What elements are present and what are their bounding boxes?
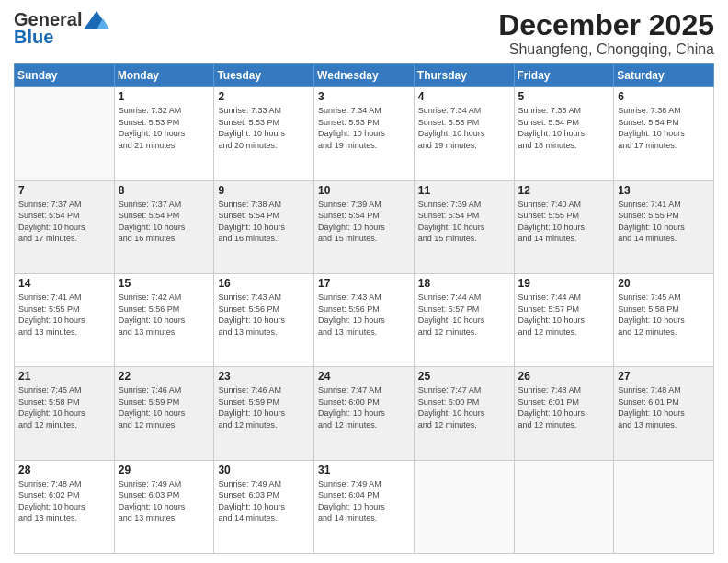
day-info: Sunrise: 7:48 AMSunset: 6:01 PMDaylight:…	[618, 385, 710, 431]
calendar-cell: 29Sunrise: 7:49 AMSunset: 6:03 PMDayligh…	[114, 460, 214, 553]
calendar-cell	[15, 87, 115, 180]
day-info: Sunrise: 7:39 AMSunset: 5:54 PMDaylight:…	[318, 199, 410, 245]
day-number: 28	[18, 464, 110, 477]
day-info: Sunrise: 7:44 AMSunset: 5:57 PMDaylight:…	[518, 292, 610, 338]
header-day-sunday: Sunday	[15, 64, 115, 87]
day-number: 23	[218, 370, 310, 383]
calendar-cell: 24Sunrise: 7:47 AMSunset: 6:00 PMDayligh…	[314, 367, 415, 460]
day-info: Sunrise: 7:47 AMSunset: 6:00 PMDaylight:…	[318, 385, 410, 431]
day-info: Sunrise: 7:42 AMSunset: 5:56 PMDaylight:…	[119, 292, 210, 338]
day-number: 25	[418, 370, 510, 383]
day-number: 27	[618, 370, 710, 383]
day-info: Sunrise: 7:43 AMSunset: 5:56 PMDaylight:…	[318, 292, 410, 338]
calendar-cell: 7Sunrise: 7:37 AMSunset: 5:54 PMDaylight…	[15, 180, 115, 273]
day-number: 17	[318, 277, 410, 290]
calendar-cell: 30Sunrise: 7:49 AMSunset: 6:03 PMDayligh…	[214, 460, 314, 553]
day-info: Sunrise: 7:37 AMSunset: 5:54 PMDaylight:…	[119, 199, 210, 245]
day-number: 5	[518, 90, 610, 103]
day-info: Sunrise: 7:33 AMSunset: 5:53 PMDaylight:…	[218, 105, 310, 151]
day-info: Sunrise: 7:38 AMSunset: 5:54 PMDaylight:…	[218, 199, 310, 245]
day-info: Sunrise: 7:46 AMSunset: 5:59 PMDaylight:…	[218, 385, 310, 431]
header-day-tuesday: Tuesday	[214, 64, 314, 87]
calendar-cell: 31Sunrise: 7:49 AMSunset: 6:04 PMDayligh…	[314, 460, 415, 553]
day-info: Sunrise: 7:46 AMSunset: 5:59 PMDaylight:…	[119, 385, 210, 431]
week-row-1: 1Sunrise: 7:32 AMSunset: 5:53 PMDaylight…	[15, 87, 714, 180]
calendar-cell: 17Sunrise: 7:43 AMSunset: 5:56 PMDayligh…	[314, 273, 415, 366]
calendar-cell: 6Sunrise: 7:36 AMSunset: 5:54 PMDaylight…	[614, 87, 714, 180]
day-number: 8	[119, 184, 210, 197]
day-number: 13	[618, 184, 710, 197]
day-info: Sunrise: 7:36 AMSunset: 5:54 PMDaylight:…	[618, 105, 710, 151]
calendar-cell: 12Sunrise: 7:40 AMSunset: 5:55 PMDayligh…	[514, 180, 614, 273]
calendar-cell: 21Sunrise: 7:45 AMSunset: 5:58 PMDayligh…	[15, 367, 115, 460]
month-title: December 2025	[498, 9, 714, 41]
header-day-saturday: Saturday	[614, 64, 714, 87]
week-row-3: 14Sunrise: 7:41 AMSunset: 5:55 PMDayligh…	[15, 273, 714, 366]
calendar-cell	[614, 460, 714, 553]
day-info: Sunrise: 7:48 AMSunset: 6:01 PMDaylight:…	[518, 385, 610, 431]
day-info: Sunrise: 7:34 AMSunset: 5:53 PMDaylight:…	[318, 105, 410, 151]
location-title: Shuangfeng, Chongqing, China	[498, 41, 714, 58]
calendar-cell: 18Sunrise: 7:44 AMSunset: 5:57 PMDayligh…	[414, 273, 514, 366]
calendar-body: 1Sunrise: 7:32 AMSunset: 5:53 PMDaylight…	[15, 87, 714, 554]
calendar-cell: 14Sunrise: 7:41 AMSunset: 5:55 PMDayligh…	[15, 273, 115, 366]
logo: General Blue	[14, 9, 109, 48]
day-number: 7	[18, 184, 110, 197]
day-number: 6	[618, 90, 710, 103]
day-number: 16	[218, 277, 310, 290]
day-number: 4	[418, 90, 510, 103]
calendar-cell: 16Sunrise: 7:43 AMSunset: 5:56 PMDayligh…	[214, 273, 314, 366]
header-day-friday: Friday	[514, 64, 614, 87]
day-number: 19	[518, 277, 610, 290]
calendar-cell: 2Sunrise: 7:33 AMSunset: 5:53 PMDaylight…	[214, 87, 314, 180]
day-number: 20	[618, 277, 710, 290]
calendar-cell	[414, 460, 514, 553]
day-info: Sunrise: 7:45 AMSunset: 5:58 PMDaylight:…	[18, 385, 110, 431]
day-number: 12	[518, 184, 610, 197]
day-info: Sunrise: 7:37 AMSunset: 5:54 PMDaylight:…	[18, 199, 110, 245]
calendar-cell: 4Sunrise: 7:34 AMSunset: 5:53 PMDaylight…	[414, 87, 514, 180]
day-number: 10	[318, 184, 410, 197]
week-row-5: 28Sunrise: 7:48 AMSunset: 6:02 PMDayligh…	[15, 460, 714, 553]
calendar-cell	[514, 460, 614, 553]
header-day-wednesday: Wednesday	[314, 64, 415, 87]
day-number: 1	[119, 90, 210, 103]
day-info: Sunrise: 7:32 AMSunset: 5:53 PMDaylight:…	[119, 105, 210, 151]
calendar-cell: 13Sunrise: 7:41 AMSunset: 5:55 PMDayligh…	[614, 180, 714, 273]
day-info: Sunrise: 7:39 AMSunset: 5:54 PMDaylight:…	[418, 199, 510, 245]
header-row: SundayMondayTuesdayWednesdayThursdayFrid…	[15, 64, 714, 87]
week-row-4: 21Sunrise: 7:45 AMSunset: 5:58 PMDayligh…	[15, 367, 714, 460]
day-info: Sunrise: 7:41 AMSunset: 5:55 PMDaylight:…	[618, 199, 710, 245]
day-number: 2	[218, 90, 310, 103]
day-info: Sunrise: 7:43 AMSunset: 5:56 PMDaylight:…	[218, 292, 310, 338]
calendar-cell: 22Sunrise: 7:46 AMSunset: 5:59 PMDayligh…	[114, 367, 214, 460]
page: General Blue December 2025 Shuangfeng, C…	[0, 0, 728, 563]
day-info: Sunrise: 7:49 AMSunset: 6:03 PMDaylight:…	[119, 478, 210, 524]
day-number: 3	[318, 90, 410, 103]
day-number: 24	[318, 370, 410, 383]
day-info: Sunrise: 7:47 AMSunset: 6:00 PMDaylight:…	[418, 385, 510, 431]
calendar-cell: 23Sunrise: 7:46 AMSunset: 5:59 PMDayligh…	[214, 367, 314, 460]
calendar-cell: 28Sunrise: 7:48 AMSunset: 6:02 PMDayligh…	[15, 460, 115, 553]
day-number: 30	[218, 464, 310, 477]
day-number: 18	[418, 277, 510, 290]
day-info: Sunrise: 7:48 AMSunset: 6:02 PMDaylight:…	[18, 478, 110, 524]
day-number: 15	[119, 277, 210, 290]
calendar-cell: 11Sunrise: 7:39 AMSunset: 5:54 PMDayligh…	[414, 180, 514, 273]
logo-blue: Blue	[14, 27, 53, 48]
calendar: SundayMondayTuesdayWednesdayThursdayFrid…	[14, 63, 714, 554]
calendar-cell: 20Sunrise: 7:45 AMSunset: 5:58 PMDayligh…	[614, 273, 714, 366]
calendar-cell: 26Sunrise: 7:48 AMSunset: 6:01 PMDayligh…	[514, 367, 614, 460]
day-number: 9	[218, 184, 310, 197]
logo-icon	[84, 11, 109, 29]
calendar-cell: 10Sunrise: 7:39 AMSunset: 5:54 PMDayligh…	[314, 180, 415, 273]
day-number: 26	[518, 370, 610, 383]
header-day-thursday: Thursday	[414, 64, 514, 87]
day-number: 11	[418, 184, 510, 197]
day-info: Sunrise: 7:49 AMSunset: 6:03 PMDaylight:…	[218, 478, 310, 524]
calendar-cell: 15Sunrise: 7:42 AMSunset: 5:56 PMDayligh…	[114, 273, 214, 366]
day-info: Sunrise: 7:41 AMSunset: 5:55 PMDaylight:…	[18, 292, 110, 338]
calendar-cell: 1Sunrise: 7:32 AMSunset: 5:53 PMDaylight…	[114, 87, 214, 180]
calendar-cell: 3Sunrise: 7:34 AMSunset: 5:53 PMDaylight…	[314, 87, 415, 180]
header-day-monday: Monday	[114, 64, 214, 87]
